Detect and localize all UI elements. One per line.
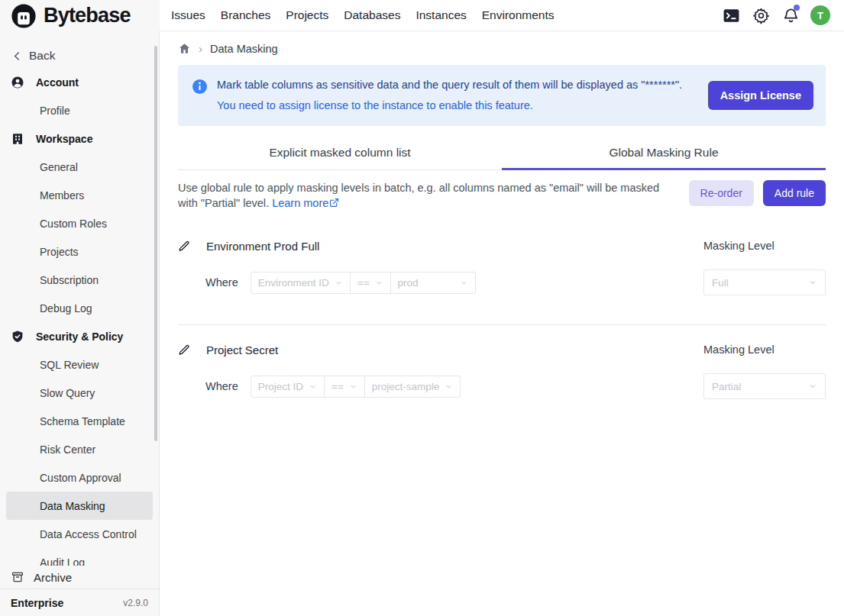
terminal-icon[interactable] [721,5,741,25]
chevron-down-icon [375,279,383,287]
rule-divider [178,324,826,325]
info-icon [192,79,208,95]
sidebar-item-sql-review[interactable]: SQL Review [0,350,159,379]
breadcrumb-page: Data Masking [210,43,278,55]
tab-explicit-masked-column-list[interactable]: Explicit masked column list [178,137,502,169]
archive-box-icon [11,570,24,584]
sidebar-section-account: Account [0,68,159,96]
masking-rule-card: Project Secret Masking Level Where Proje… [178,343,826,399]
chevron-down-icon [808,382,817,391]
external-link-icon [329,198,339,208]
version-label: v2.9.0 [123,598,148,608]
bytebase-logo[interactable]: Bytebase [0,0,160,31]
sidebar-item-projects[interactable]: Projects [0,237,159,266]
condition-factor-select[interactable]: Environment ID [251,272,351,294]
shield-check-icon [11,330,24,343]
sidebar-item-subscription[interactable]: Subscription [0,266,159,294]
rule-condition-row: Where Environment ID == prod [178,269,703,295]
top-right-actions: T [721,5,844,25]
assign-license-button[interactable]: Assign License [708,81,813,110]
chevron-down-icon [460,279,468,287]
back-button[interactable]: Back [0,44,159,68]
sidebar-item-risk-center[interactable]: Risk Center [0,435,159,463]
condition-group: Project ID == project-sample [251,376,461,398]
user-icon [11,76,24,89]
chevron-down-icon [349,382,357,391]
nav-environments[interactable]: Environments [482,8,555,22]
sidebar-item-custom-roles[interactable]: Custom Roles [0,209,159,237]
where-label: Where [205,276,238,289]
rules-actions: Re-order Add rule [689,180,826,211]
masking-level-select[interactable]: Partial [703,373,826,399]
nav-projects[interactable]: Projects [286,8,328,22]
chevron-right-icon: › [199,42,202,55]
top-bar: Bytebase Issues Branches Projects Databa… [0,0,844,31]
brand-name: Bytebase [44,4,131,27]
learn-more-link[interactable]: Learn more [272,197,339,209]
nav-instances[interactable]: Instances [416,8,466,22]
rule-title-row: Project Secret [178,343,703,356]
avatar[interactable]: T [810,5,830,25]
condition-value-select[interactable]: prod [391,272,476,294]
chevron-down-icon [808,278,817,287]
chevron-left-icon [11,50,24,63]
breadcrumb: › Data Masking [178,31,826,55]
banner-line-1: Mark table columns as sensitive data and… [217,75,699,95]
condition-operator-select[interactable]: == [325,376,365,398]
sidebar-item-archive[interactable]: Archive [0,566,159,589]
sidebar-scrollbar[interactable] [154,46,157,441]
sidebar-item-members[interactable]: Members [0,181,159,209]
masking-rule-card: Environment Prod Full Masking Level Wher… [178,240,826,295]
masking-level-select[interactable]: Full [703,269,826,295]
sidebar-item-profile[interactable]: Profile [0,96,159,124]
sidebar-item-data-access-control[interactable]: Data Access Control [0,520,159,548]
rule-title-row: Environment Prod Full [178,240,703,253]
chevron-down-icon [445,382,453,391]
edition-label: Enterprise [11,597,63,609]
pencil-icon[interactable] [178,343,191,356]
masking-level-label: Masking Level [703,240,826,253]
condition-factor-select[interactable]: Project ID [251,376,325,398]
nav-branches[interactable]: Branches [221,8,270,22]
sidebar-item-general[interactable]: General [0,153,159,181]
tab-global-masking-rule[interactable]: Global Masking Rule [502,137,826,169]
bell-icon[interactable] [781,5,800,25]
sidebar-item-schema-template[interactable]: Schema Template [0,407,159,435]
bytebase-logo-icon [11,3,37,29]
rule-title: Project Secret [206,343,278,356]
nav-databases[interactable]: Databases [344,8,400,22]
sidebar-footer: Enterprise v2.9.0 [0,589,159,616]
chevron-down-icon [309,382,317,391]
notification-dot [794,5,800,11]
banner-line-2: You need to assign license to the instan… [217,95,699,116]
chevron-down-icon [335,279,343,287]
sidebar-scroll-area: Back Account Profile Workspace General M… [0,31,159,566]
settings-sidebar: Back Account Profile Workspace General M… [0,31,160,616]
license-banner: Mark table columns as sensitive data and… [178,65,826,126]
main-nav: Issues Branches Projects Databases Insta… [160,0,844,31]
building-icon [11,132,24,146]
main-content: › Data Masking Mark table columns as sen… [160,31,844,616]
sidebar-section-workspace: Workspace [0,124,159,153]
sidebar-item-audit-log[interactable]: Audit Log [0,548,159,566]
sidebar-item-slow-query[interactable]: Slow Query [0,379,159,407]
rule-condition-row: Where Project ID == project-sample [178,373,703,399]
reorder-button[interactable]: Re-order [689,180,754,206]
condition-operator-select[interactable]: == [351,272,391,294]
sidebar-item-data-masking[interactable]: Data Masking [6,492,153,520]
sidebar-section-security-policy: Security & Policy [0,322,159,350]
masking-tabs: Explicit masked column list Global Maski… [178,137,826,170]
where-label: Where [205,380,238,392]
gear-icon[interactable] [751,5,771,25]
rules-description: Use global rule to apply masking levels … [178,180,674,211]
condition-value-select[interactable]: project-sample [365,376,461,398]
home-icon[interactable] [178,42,191,55]
nav-issues[interactable]: Issues [171,8,205,22]
rules-toolbar: Use global rule to apply masking levels … [178,180,826,211]
sidebar-item-custom-approval[interactable]: Custom Approval [0,463,159,492]
pencil-icon[interactable] [178,240,191,253]
masking-level-label: Masking Level [703,343,826,356]
condition-group: Environment ID == prod [251,272,476,294]
add-rule-button[interactable]: Add rule [763,180,826,206]
sidebar-item-debug-log[interactable]: Debug Log [0,294,159,322]
